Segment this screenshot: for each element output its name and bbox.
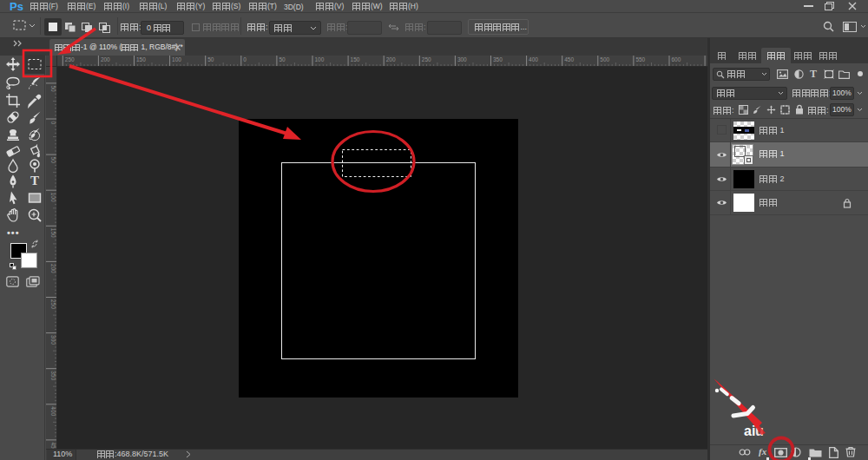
svg-text:150: 150 [351, 56, 360, 62]
svg-text:600: 600 [672, 56, 681, 62]
svg-text:300: 300 [457, 56, 467, 62]
svg-text:50: 50 [50, 157, 56, 164]
svg-text:150: 150 [136, 56, 146, 62]
svg-text:400: 400 [529, 56, 538, 62]
svg-text:250: 250 [422, 56, 431, 62]
svg-text:200: 200 [101, 56, 110, 62]
svg-text:50: 50 [50, 85, 56, 92]
svg-text:100: 100 [315, 56, 325, 62]
svg-text:450: 450 [564, 56, 574, 62]
svg-text:250: 250 [65, 56, 75, 62]
svg-text:0: 0 [50, 122, 56, 125]
svg-text:350: 350 [493, 56, 503, 62]
svg-text:0: 0 [243, 56, 247, 62]
svg-text:500: 500 [600, 56, 609, 62]
svg-text:50: 50 [279, 56, 286, 62]
svg-text:100: 100 [172, 56, 181, 62]
svg-text:450: 450 [50, 442, 56, 449]
svg-text:200: 200 [386, 56, 396, 62]
svg-text:550: 550 [635, 56, 645, 62]
svg-text:50: 50 [207, 56, 214, 62]
